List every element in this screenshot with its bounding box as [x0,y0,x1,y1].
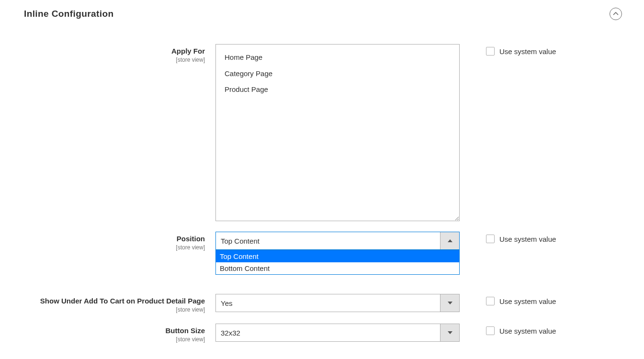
field-extra: Use system value [460,294,556,305]
field-control: Top Content Top Content Bottom Content [215,232,460,250]
label-text: Button Size [24,326,205,335]
use-system-value-checkbox[interactable] [486,297,495,305]
triangle-down-icon [448,302,452,304]
show-under-add-to-cart-select[interactable]: Yes [215,294,460,312]
select-value: Top Content [216,232,440,249]
inline-configuration-section: Inline Configuration Apply For [store vi… [0,0,644,359]
field-row-button-size: Button Size [store view] 32x32 Use syste… [24,324,625,343]
scope-label: [store view] [24,306,205,313]
scope-label: [store view] [24,244,205,251]
apply-for-multiselect[interactable]: Home Page Category Page Product Page [215,44,460,221]
field-row-apply-for: Apply For [store view] Home Page Categor… [24,44,625,221]
position-select-wrap: Top Content Top Content Bottom Content [215,232,460,250]
field-label: Position [store view] [24,232,215,251]
select-value: 32x32 [216,324,440,341]
label-text: Position [24,235,205,243]
field-control: Yes [215,294,460,312]
label-text: Apply For [24,47,205,56]
select-arrow[interactable] [440,232,459,249]
select-arrow[interactable] [440,324,459,341]
field-label: Apply For [store view] [24,44,215,63]
field-extra: Use system value [460,232,556,243]
collapse-toggle-button[interactable] [610,8,622,20]
use-system-value-label[interactable]: Use system value [499,47,556,56]
triangle-up-icon [448,239,452,242]
use-system-value-checkbox[interactable] [486,47,495,56]
field-control: Home Page Category Page Product Page [215,44,460,221]
field-row-show-under-add-to-cart: Show Under Add To Cart on Product Detail… [24,294,625,313]
section-title: Inline Configuration [24,9,113,19]
field-row-position: Position [store view] Top Content Top Co… [24,232,625,251]
multiselect-option[interactable]: Category Page [224,66,452,82]
use-system-value-label[interactable]: Use system value [499,327,556,335]
label-text: Show Under Add To Cart on Product Detail… [24,297,205,305]
scope-label: [store view] [24,56,205,63]
field-extra: Use system value [460,324,556,335]
dropdown-option[interactable]: Top Content [216,250,459,262]
field-label: Show Under Add To Cart on Product Detail… [24,294,215,313]
position-dropdown: Top Content Bottom Content [215,250,460,275]
use-system-value-label[interactable]: Use system value [499,297,556,305]
dropdown-option[interactable]: Bottom Content [216,262,459,274]
field-label: Button Size [store view] [24,324,215,343]
chevron-up-icon [613,12,619,16]
select-arrow[interactable] [440,294,459,312]
multiselect-option[interactable]: Product Page [224,81,452,98]
section-header: Inline Configuration [24,8,625,20]
triangle-down-icon [448,331,452,334]
multiselect-option[interactable]: Home Page [224,49,452,66]
field-extra: Use system value [460,44,556,56]
scope-label: [store view] [24,336,205,343]
use-system-value-label[interactable]: Use system value [499,235,556,243]
use-system-value-checkbox[interactable] [486,235,495,243]
use-system-value-checkbox[interactable] [486,326,495,335]
select-value: Yes [216,294,440,312]
button-size-select[interactable]: 32x32 [215,324,460,342]
position-select[interactable]: Top Content [215,232,460,250]
field-control: 32x32 [215,324,460,342]
